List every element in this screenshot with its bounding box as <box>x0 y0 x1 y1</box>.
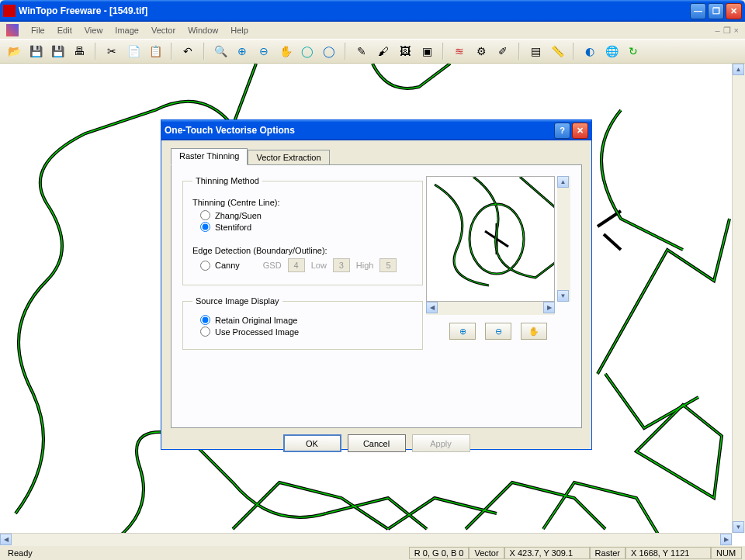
scroll-left-icon[interactable]: ◀ <box>0 534 12 545</box>
select-circle-b-icon[interactable]: ◯ <box>320 42 338 60</box>
select-box-icon[interactable]: ▣ <box>418 42 436 60</box>
separator <box>203 43 205 60</box>
radio-retain-label: Retain Original Image <box>215 316 297 325</box>
separator <box>95 43 96 60</box>
toolbar: 📂 💾 💾 🖶 ✂ 📄 📋 ↶ 🔍 ⊕ ⊖ ✋ ◯ ◯ ✎ 🖌 🖼 ▣ ≋ ⚙ … <box>0 39 745 64</box>
globe-icon[interactable]: 🌐 <box>602 42 621 60</box>
undo-icon[interactable]: ↶ <box>178 42 197 60</box>
dialog-titlebar: One-Touch Vectorise Options ? ✕ <box>161 120 591 140</box>
close-button[interactable]: ✕ <box>726 3 742 19</box>
vector-settings-icon[interactable]: ⚙ <box>472 42 490 60</box>
status-num: NUM <box>711 547 742 559</box>
preview-vscroll[interactable]: ▲ ▼ <box>557 176 570 302</box>
tab-raster-thinning[interactable]: Raster Thinning <box>171 148 248 165</box>
statusbar: Ready R 0, G 0, B 0 Vector X 423.7, Y 30… <box>0 546 745 560</box>
apply-button[interactable]: Apply <box>412 434 470 452</box>
low-label: Low <box>311 261 327 270</box>
scroll-down-icon[interactable]: ▼ <box>733 521 744 533</box>
pan-icon[interactable]: ✋ <box>276 42 295 60</box>
dialog-title: One-Touch Vectorise Options <box>165 125 554 136</box>
measure-icon[interactable]: 📏 <box>548 42 567 60</box>
print-icon[interactable]: 🖶 <box>70 42 88 60</box>
mdi-restore-icon[interactable]: ❐ <box>723 26 731 36</box>
zoom-in-icon[interactable]: ⊕ <box>233 42 251 60</box>
radio-zhang-label: Zhang/Suen <box>215 211 262 220</box>
color-swap-icon[interactable]: ◐ <box>580 42 599 60</box>
edge-detection-header: Edge Detection (Boundary/Outline): <box>192 246 413 255</box>
status-rgb: R 0, G 0, B 0 <box>409 547 470 559</box>
preview-zoom-in-button[interactable]: ⊕ <box>449 323 476 340</box>
menu-edit[interactable]: Edit <box>51 24 78 36</box>
open-icon[interactable]: 📂 <box>5 42 23 60</box>
dialog-close-button[interactable]: ✕ <box>572 123 588 139</box>
vector-edit-icon[interactable]: ✐ <box>494 42 512 60</box>
radio-zhang-suen[interactable] <box>200 210 210 220</box>
zoom-out-icon[interactable]: ⊖ <box>255 42 273 60</box>
scroll-up-icon[interactable]: ▲ <box>733 64 744 75</box>
help-button[interactable]: ? <box>554 123 570 139</box>
pencil-icon[interactable]: ✎ <box>352 42 371 60</box>
status-vec-val: X 423.7, Y 309.1 <box>504 547 590 559</box>
menu-file[interactable]: File <box>25 24 51 36</box>
gsd-input <box>288 258 305 272</box>
mdi-minimize-icon[interactable]: – <box>715 26 719 36</box>
scroll-right-icon[interactable]: ▶ <box>720 534 732 545</box>
main-titlebar: WinTopo Freeware - [1549.tif] — ❐ ✕ <box>0 0 745 22</box>
menu-help[interactable]: Help <box>224 24 255 36</box>
menu-window[interactable]: Window <box>182 24 224 36</box>
zoom-icon[interactable]: 🔍 <box>211 42 230 60</box>
preview-image <box>426 176 555 302</box>
maximize-button[interactable]: ❐ <box>708 3 724 19</box>
radio-use-processed[interactable] <box>200 327 210 337</box>
window-title: WinTopo Freeware - [1549.tif] <box>19 5 690 16</box>
status-ras-val: X 1668, Y 1121 <box>625 547 711 559</box>
cut-icon[interactable]: ✂ <box>102 42 121 60</box>
thinning-method-group: Thinning Method Thinning (Centre Line): … <box>182 176 423 285</box>
doc-icon <box>6 24 19 36</box>
edit-image-icon[interactable]: 🖼 <box>396 42 414 60</box>
separator <box>345 43 346 60</box>
radio-canny[interactable] <box>200 261 210 271</box>
radio-stentiford-label: Stentiford <box>215 223 251 232</box>
preview-hscroll[interactable]: ◀ ▶ <box>426 302 555 315</box>
status-ras-label: Raster <box>590 547 625 559</box>
app-icon <box>3 5 16 17</box>
cancel-button[interactable]: Cancel <box>348 434 406 452</box>
menu-vector[interactable]: Vector <box>145 24 182 36</box>
save-all-icon[interactable]: 💾 <box>48 42 67 60</box>
dialog-tabs: Raster Thinning Vector Extraction <box>171 148 582 164</box>
preview-area: ▲ ▼ ◀ ▶ ⊕ ⊖ ✋ <box>426 176 570 340</box>
menu-image[interactable]: Image <box>109 24 145 36</box>
layer-icon[interactable]: ▤ <box>526 42 545 60</box>
mdi-close-icon[interactable]: × <box>734 26 739 36</box>
preview-pan-button[interactable]: ✋ <box>521 323 547 340</box>
separator <box>518 43 520 60</box>
reload-icon[interactable]: ↻ <box>624 42 643 60</box>
select-circle-a-icon[interactable]: ◯ <box>298 42 317 60</box>
low-input <box>333 258 350 272</box>
preview-zoom-out-button[interactable]: ⊖ <box>485 323 511 340</box>
horizontal-scrollbar[interactable]: ◀ ▶ <box>0 533 732 546</box>
source-image-group: Source Image Display Retain Original Ima… <box>182 296 423 350</box>
separator <box>171 43 172 60</box>
radio-processed-label: Use Processed Image <box>215 327 299 337</box>
brush-icon[interactable]: 🖌 <box>374 42 393 60</box>
preview-scroll-left-icon[interactable]: ◀ <box>426 302 438 313</box>
copy-icon[interactable]: 📄 <box>124 42 143 60</box>
vertical-scrollbar[interactable]: ▲ ▼ <box>732 64 745 533</box>
radio-stentiford[interactable] <box>200 222 210 232</box>
ok-button[interactable]: OK <box>283 434 341 452</box>
menu-view[interactable]: View <box>78 24 109 36</box>
paste-icon[interactable]: 📋 <box>146 42 165 60</box>
tab-vector-extraction[interactable]: Vector Extraction <box>248 150 329 164</box>
preview-scroll-right-icon[interactable]: ▶ <box>543 302 555 313</box>
status-vec-label: Vector <box>469 547 504 559</box>
radio-retain-original[interactable] <box>200 315 210 325</box>
save-icon[interactable]: 💾 <box>26 42 45 60</box>
vectorize-icon[interactable]: ≋ <box>450 42 469 60</box>
separator <box>573 43 574 60</box>
preview-scroll-up-icon[interactable]: ▲ <box>557 176 569 188</box>
preview-scroll-down-icon[interactable]: ▼ <box>557 290 569 302</box>
minimize-button[interactable]: — <box>690 3 706 19</box>
high-label: High <box>356 261 374 270</box>
